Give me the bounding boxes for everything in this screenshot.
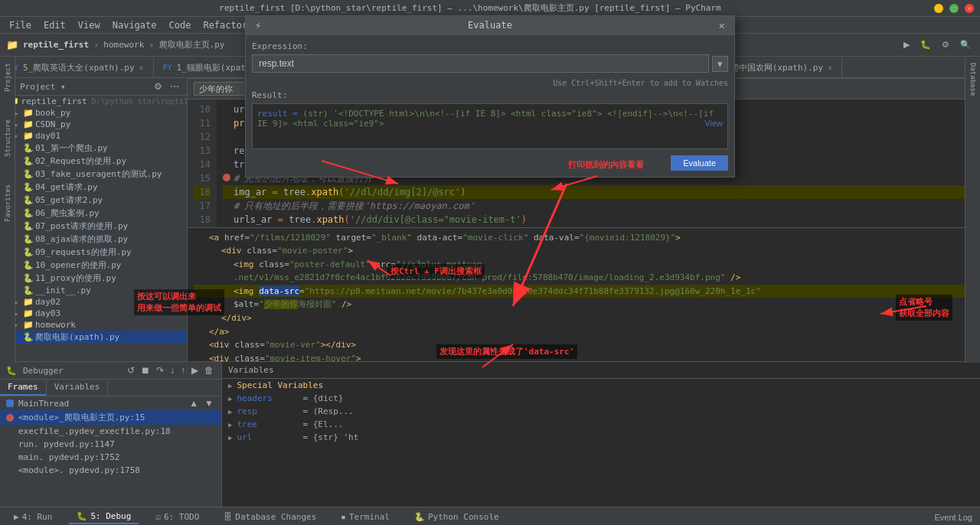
- debug-title: Debugger: [23, 366, 64, 376]
- breakpoint-17: [223, 201, 230, 209]
- menu-file[interactable]: File: [3, 18, 38, 32]
- var-headers-name: headers: [237, 393, 298, 403]
- variables-list: ▶ Special Variables ▶ headers = {dict} ▶…: [222, 379, 980, 507]
- debug-step-over-btn[interactable]: ↷: [155, 365, 165, 376]
- favorites-sidebar-tab[interactable]: Favorites: [4, 184, 11, 222]
- frame-run-1147[interactable]: run. pydevd.py:1147: [0, 438, 221, 451]
- debug-clear-btn[interactable]: 🗑: [203, 365, 215, 376]
- frame-mainthread[interactable]: MainThread ▲ ▼: [0, 396, 221, 410]
- frame-main-1752[interactable]: main. pydevd.py:1752: [0, 451, 221, 464]
- title-text: reptile_first [D:\python_star\reptile_fi…: [6, 2, 934, 14]
- tree-05-get2[interactable]: 🐍 05_get请求2.py: [0, 194, 187, 207]
- var-headers[interactable]: ▶ headers = {dict}: [222, 392, 980, 405]
- tree-day01[interactable]: ▾ 📁 day01: [0, 130, 187, 142]
- project-panel: 📁 Project ▾ ⚙ ⋯ ▾ 📁 reptile_first D:\pyt…: [0, 78, 188, 361]
- html-result[interactable]: <a href="/films/1218029" target="_blank"…: [188, 227, 980, 362]
- minimize-btn[interactable]: ─: [934, 4, 943, 13]
- terminal-tab[interactable]: ▪ Terminal: [333, 510, 397, 523]
- bottom-right-controls: Event Log: [933, 513, 974, 522]
- frame-execfile-18[interactable]: execfile_.pydev_execfile.py:18: [0, 425, 221, 438]
- tree-csdn-py[interactable]: ▶ 📁 CSDN_py: [0, 119, 187, 130]
- thread-up-btn[interactable]: ▲: [188, 398, 200, 409]
- settings-btn[interactable]: ⚙: [939, 38, 952, 51]
- menu-code[interactable]: Code: [163, 18, 198, 32]
- debug-btn[interactable]: 🐛: [917, 38, 934, 51]
- eval-result-label: Result:: [252, 90, 728, 100]
- project-header: 📁 Project ▾ ⚙ ⋯: [0, 78, 187, 96]
- todo-tab[interactable]: ☑ 6: TODO: [148, 510, 207, 523]
- var-url[interactable]: ▶ url = {str} 'ht: [222, 431, 980, 444]
- tree-init[interactable]: 🐍 __init__.py: [0, 285, 187, 296]
- eval-close-btn[interactable]: ✕: [719, 19, 725, 31]
- html-line-5: $alt="少年的你海报封面" />: [194, 298, 974, 311]
- db-changes-tab[interactable]: 🗄 Database Changes: [216, 510, 324, 523]
- tree-11-proxy[interactable]: 🐍 11_proxy的使用.py: [0, 272, 187, 285]
- run-tab-icon: ▶: [14, 512, 19, 522]
- frame-module-1758[interactable]: <module>. pydevd.py:1758: [0, 464, 221, 477]
- menu-edit[interactable]: Edit: [38, 18, 72, 32]
- breakpoint-16: [223, 188, 230, 195]
- frame-module-15-label: <module>_爬取电影主页.py:15: [18, 412, 145, 423]
- py-icon-09: 🐍: [23, 247, 34, 257]
- run-tab[interactable]: ▶ 4: Run: [6, 510, 60, 523]
- day03-folder-icon: 📁: [23, 308, 34, 318]
- db-icon: 🗄: [224, 512, 232, 522]
- tree-root[interactable]: ▾ 📁 reptile_first D:\python_star\reptile…: [0, 96, 187, 107]
- tree-homework[interactable]: ▾ 📁 homework: [0, 319, 187, 331]
- frame-module-15[interactable]: <module>_爬取电影主页.py:15: [0, 410, 221, 425]
- frames-tab[interactable]: Frames: [0, 380, 47, 396]
- thread-down-btn[interactable]: ▼: [203, 398, 215, 409]
- eval-body: Expression: ▾ Use Ctrl+Shift+Enter to ad…: [246, 35, 734, 177]
- tab-close-0[interactable]: ×: [139, 64, 144, 72]
- structure-sidebar-tab[interactable]: Structure: [4, 119, 11, 157]
- tree-01-spider[interactable]: 🐍 01_第一个爬虫.py: [0, 142, 187, 155]
- tab-0[interactable]: PY 5_爬取英语大全(xpath).py ×: [0, 57, 154, 77]
- folder-icon: 📁: [6, 39, 18, 51]
- tree-02-request[interactable]: 🐍 02_Request的使用.py: [0, 155, 187, 168]
- eval-expression-input[interactable]: [252, 54, 709, 73]
- maximize-btn[interactable]: □: [949, 4, 959, 13]
- project-gear-btn[interactable]: ⋯: [168, 81, 181, 92]
- tree-book-py[interactable]: ▶ 📁 book_py: [0, 107, 187, 119]
- debug-restart-btn[interactable]: ↺: [126, 365, 136, 376]
- eval-dropdown-btn[interactable]: ▾: [712, 56, 728, 72]
- tree-10-opener[interactable]: 🐍 10_opener的使用.py: [0, 259, 187, 272]
- tab-close-6[interactable]: ×: [828, 64, 832, 72]
- var-resp[interactable]: ▶ resp = (Resp...: [222, 405, 980, 418]
- debug-step-in-btn[interactable]: ↓: [168, 365, 176, 376]
- variables-mini-tab[interactable]: Variables: [47, 380, 109, 396]
- variables-title: Variables: [228, 365, 274, 375]
- breakpoint-11: [223, 119, 230, 126]
- todo-tab-icon: ☑: [155, 512, 161, 522]
- project-sidebar-tab[interactable]: Project: [4, 63, 11, 92]
- close-btn[interactable]: ✕: [965, 4, 974, 13]
- project-sync-btn[interactable]: ⚙: [152, 81, 164, 92]
- search-btn-toolbar[interactable]: 🔍: [957, 38, 974, 51]
- debug-tab-bottom[interactable]: 🐛 5: Debug: [69, 510, 139, 524]
- tree-07-post[interactable]: 🐍 07_post请求的使用.py: [0, 220, 187, 233]
- menu-view[interactable]: View: [72, 18, 106, 32]
- tree-03-fake[interactable]: 🐍 03_fake_useragent的测试.py: [0, 168, 187, 181]
- event-log-btn[interactable]: Event Log: [933, 513, 974, 522]
- tree-06-spider[interactable]: 🐍 06_爬虫案例.py: [0, 207, 187, 220]
- tree-09-requests[interactable]: 🐍 09_requests的使用.py: [0, 246, 187, 259]
- python-console-tab[interactable]: 🐍 Python Console: [407, 510, 507, 523]
- menu-navigate[interactable]: Navigate: [106, 18, 163, 32]
- tree-day02[interactable]: ▶ 📁 day02: [0, 296, 187, 308]
- tree-crawl-movie[interactable]: 🐍 爬取电影(xpath).py: [0, 331, 187, 344]
- tree-08-ajax[interactable]: 🐍 08_ajax请求的抓取.py: [0, 233, 187, 246]
- debug-resume-btn[interactable]: ▶: [190, 365, 200, 376]
- bottom-section: 🐛 Debugger ↺ ⏹ ↷ ↓ ↑ ▶ 🗑 Frames Variable…: [0, 361, 980, 507]
- run-btn[interactable]: ▶: [900, 38, 913, 51]
- database-sidebar-tab[interactable]: Database: [969, 63, 977, 96]
- eval-evaluate-btn[interactable]: Evaluate: [671, 155, 728, 171]
- debug-panel: 🐛 Debugger ↺ ⏹ ↷ ↓ ↑ ▶ 🗑 Frames Variable…: [0, 362, 222, 507]
- debug-stop-btn[interactable]: ⏹: [139, 365, 152, 376]
- eval-view-btn[interactable]: View: [704, 119, 723, 128]
- tree-04-get[interactable]: 🐍 04_get请求.py: [0, 181, 187, 194]
- debug-step-out-btn[interactable]: ↑: [179, 365, 187, 376]
- python-console-label: Python Console: [428, 512, 499, 522]
- var-special[interactable]: ▶ Special Variables: [222, 379, 980, 392]
- tree-day03[interactable]: ▶ 📁 day03: [0, 308, 187, 319]
- var-tree[interactable]: ▶ tree = {El...: [222, 418, 980, 431]
